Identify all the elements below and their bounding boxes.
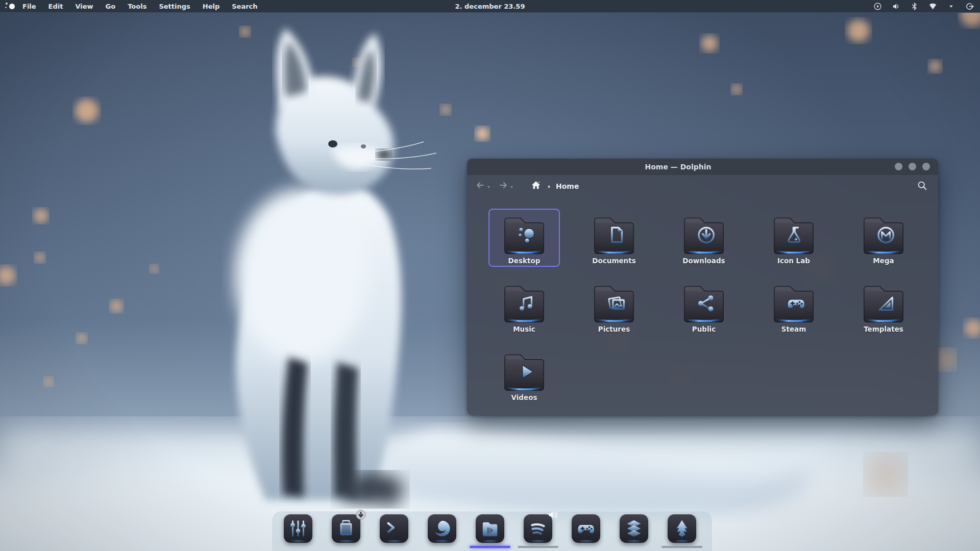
folder-item-documents[interactable]: Documents: [578, 209, 650, 267]
clock[interactable]: 2. december 23.59: [455, 0, 525, 13]
dock-item-steam[interactable]: [572, 514, 600, 543]
caret-down-icon[interactable]: [945, 2, 958, 11]
dock-panel: [272, 511, 712, 551]
media-player-icon[interactable]: [871, 2, 884, 11]
menubar-item-settings[interactable]: Settings: [159, 3, 190, 10]
dock-item-inkscape[interactable]: [668, 514, 696, 543]
home-icon[interactable]: [530, 180, 542, 193]
folder-label: Templates: [864, 325, 903, 333]
folder-label: Icon Lab: [777, 257, 810, 265]
dolphin-window: Home — Dolphin Home: [467, 159, 938, 415]
folder-view: Desktop Documents Downloads Icon Lab: [467, 197, 938, 414]
breadcrumb-chevron-icon: [542, 182, 556, 191]
folder-item-icon-lab[interactable]: Icon Lab: [758, 209, 829, 267]
menu-items: File Edit View Go Tools Settings Help Se…: [22, 3, 258, 10]
folder-label: Pictures: [598, 325, 630, 333]
menubar-item-tools[interactable]: Tools: [128, 3, 146, 10]
search-icon[interactable]: [917, 180, 929, 192]
menubar-item-file[interactable]: File: [22, 3, 36, 10]
folder-label: Steam: [781, 325, 806, 333]
desktop: File Edit View Go Tools Settings Help Se…: [0, 0, 980, 551]
dock-items: [272, 511, 712, 543]
folder-label: Desktop: [508, 257, 541, 265]
window-titlebar[interactable]: Home — Dolphin: [467, 159, 938, 175]
running-indicator: [662, 546, 702, 548]
menubar-item-search[interactable]: Search: [232, 3, 257, 10]
global-menubar: File Edit View Go Tools Settings Help Se…: [0, 0, 980, 13]
dock-item-file-manager[interactable]: [476, 514, 504, 543]
dock-item-spotify[interactable]: [524, 514, 552, 543]
session-power-icon[interactable]: [963, 2, 976, 11]
folder-label: Music: [513, 325, 535, 333]
folder-label: Downloads: [682, 257, 725, 265]
window-buttons: [895, 163, 930, 170]
dolphin-toolbar: Home: [467, 175, 938, 197]
folder-item-music[interactable]: Music: [488, 277, 560, 335]
window-close-button[interactable]: [922, 163, 930, 170]
window-title: Home — Dolphin: [467, 163, 889, 171]
folder-label: Public: [692, 325, 716, 333]
running-indicator: [518, 546, 558, 548]
dock-item-software-updater[interactable]: [332, 514, 360, 543]
folder-item-videos[interactable]: Videos: [488, 345, 560, 404]
forward-button[interactable]: [498, 180, 508, 192]
folder-item-pictures[interactable]: Pictures: [578, 277, 650, 335]
folder-item-public[interactable]: Public: [668, 277, 740, 335]
window-maximize-button[interactable]: [909, 163, 916, 170]
folder-label: Videos: [511, 393, 537, 402]
download-badge-icon: [355, 509, 366, 520]
dock-item-mixer-settings[interactable]: [284, 514, 312, 543]
folder-item-steam[interactable]: Steam: [758, 277, 829, 335]
volume-badge-icon: [547, 509, 558, 520]
bluetooth-icon[interactable]: [908, 2, 921, 11]
breadcrumb-home[interactable]: Home: [556, 182, 579, 190]
dock-item-layers-app[interactable]: [620, 514, 648, 543]
system-tray: [871, 0, 976, 13]
folder-item-desktop[interactable]: Desktop: [488, 209, 560, 267]
menubar-item-view[interactable]: View: [75, 3, 93, 10]
folder-label: Documents: [592, 257, 635, 265]
menubar-item-help[interactable]: Help: [203, 3, 219, 10]
app-logo-icon[interactable]: [3, 0, 18, 13]
folder-item-mega[interactable]: Mega: [848, 209, 919, 267]
network-wireless-icon[interactable]: [926, 2, 939, 11]
forward-history-caret-icon[interactable]: [509, 182, 514, 191]
folder-item-downloads[interactable]: Downloads: [668, 209, 740, 267]
menubar-item-edit[interactable]: Edit: [48, 3, 63, 10]
menubar-item-go[interactable]: Go: [106, 3, 116, 10]
window-minimize-button[interactable]: [895, 163, 902, 170]
dock-item-terminal[interactable]: [380, 514, 408, 543]
running-indicator: [470, 546, 510, 548]
back-history-caret-icon[interactable]: [486, 182, 491, 191]
folder-item-templates[interactable]: Templates: [848, 277, 919, 335]
volume-icon[interactable]: [890, 2, 902, 11]
folder-label: Mega: [873, 257, 894, 265]
back-button[interactable]: [475, 180, 485, 192]
dock-item-web-browser[interactable]: [428, 514, 456, 543]
